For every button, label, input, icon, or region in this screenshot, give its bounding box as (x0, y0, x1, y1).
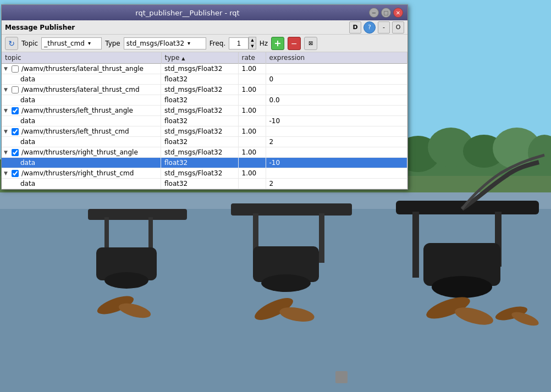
cell-expression[interactable]: 2 (266, 137, 407, 147)
cell-expression[interactable]: -10 (266, 116, 407, 126)
row-checkbox[interactable] (12, 128, 19, 135)
publishers-table: topic type ▲ rate expression ▼/wamv/thru… (2, 52, 407, 189)
cell-rate (238, 179, 266, 189)
remove-publisher-button[interactable]: − (288, 37, 301, 50)
cell-expression (266, 168, 407, 179)
freq-down-arrow[interactable]: ▼ (249, 43, 255, 49)
cell-topic: data (2, 95, 161, 105)
cell-rate (238, 137, 266, 147)
table-row[interactable]: datafloat320.0 (2, 95, 407, 106)
collapse-icon[interactable]: ▼ (4, 108, 10, 113)
cell-type: std_msgs/Float32 (161, 106, 238, 116)
add-publisher-button[interactable]: + (271, 37, 284, 50)
sort-icon: ▲ (181, 56, 185, 61)
row-checkbox[interactable] (12, 86, 19, 93)
cell-rate: 1.00 (238, 126, 266, 137)
cell-type: float32 (161, 116, 238, 126)
cell-topic: data (2, 74, 161, 84)
cell-expression[interactable]: -10 (266, 158, 407, 168)
cell-expression[interactable]: 0.0 (266, 95, 407, 106)
topic-text: data (20, 159, 35, 167)
freq-input[interactable] (229, 37, 249, 49)
table-row[interactable]: ▼/wamv/thrusters/left_thrust_cmdstd_msgs… (2, 126, 407, 137)
row-checkbox[interactable] (12, 65, 19, 73)
cell-topic: ▼/wamv/thrusters/right_thrust_cmd (2, 168, 161, 178)
topic-text: data (20, 75, 35, 83)
svg-point-43 (432, 276, 492, 298)
title-bar-right-controls: − □ ✕ (369, 8, 403, 18)
table-row[interactable]: ▼/wamv/thrusters/left_thrust_anglestd_ms… (2, 106, 407, 116)
col-topic: topic (2, 52, 161, 64)
row-checkbox[interactable] (12, 170, 19, 177)
cell-type: std_msgs/Float32 (161, 64, 238, 74)
menu-title: Message Publisher (5, 24, 75, 31)
topic-dropdown[interactable]: _thrust_cmd ▾ (41, 37, 102, 49)
collapse-icon[interactable]: ▼ (4, 150, 10, 155)
maximize-button[interactable]: □ (381, 8, 391, 18)
cell-type: std_msgs/Float32 (161, 126, 238, 137)
collapse-icon[interactable]: ▼ (4, 87, 10, 92)
cell-type: float32 (161, 179, 238, 189)
menu-btn-help[interactable]: ? (363, 21, 376, 34)
cell-rate: 1.00 (238, 168, 266, 179)
topic-text: /wamv/thrusters/left_thrust_cmd (21, 128, 129, 135)
hz-label: Hz (260, 40, 268, 47)
table-row[interactable]: datafloat320 (2, 74, 407, 85)
freq-label: Freq. (210, 40, 226, 47)
menu-btn-d[interactable]: D (349, 21, 361, 34)
refresh-icon: ↻ (8, 39, 15, 48)
topic-text: data (20, 138, 35, 146)
cell-expression[interactable]: 0 (266, 74, 407, 85)
minimize-button[interactable]: − (369, 8, 379, 18)
cell-expression (266, 147, 407, 158)
table-row[interactable]: datafloat322 (2, 179, 407, 189)
topic-text: /wamv/thrusters/lateral_thrust_angle (21, 65, 144, 73)
type-label: Type (105, 40, 120, 47)
collapse-icon[interactable]: ▼ (4, 129, 10, 134)
table-row[interactable]: ▼/wamv/thrusters/lateral_thrust_anglestd… (2, 64, 407, 74)
cell-expression[interactable]: 2 (266, 179, 407, 189)
topic-text: /wamv/thrusters/lateral_thrust_cmd (21, 86, 140, 93)
refresh-button[interactable]: ↻ (5, 37, 18, 50)
table-row[interactable]: datafloat32-10 (2, 158, 407, 168)
type-dropdown[interactable]: std_msgs/Float32 ▾ (124, 37, 206, 49)
type-dropdown-arrow: ▾ (188, 40, 190, 46)
freq-up-arrow[interactable]: ▲ (249, 37, 255, 43)
collapse-icon[interactable]: ▼ (4, 66, 10, 71)
type-value: std_msgs/Float32 (126, 40, 184, 47)
cell-rate: 1.00 (238, 64, 266, 74)
table-row[interactable]: ▼/wamv/thrusters/lateral_thrust_cmdstd_m… (2, 85, 407, 95)
table-row[interactable]: ▼/wamv/thrusters/right_thrust_anglestd_m… (2, 147, 407, 158)
cell-topic: data (2, 179, 161, 189)
table-row[interactable]: ▼/wamv/thrusters/right_thrust_cmdstd_msg… (2, 168, 407, 179)
cell-rate (238, 116, 266, 126)
col-expression: expression (266, 52, 407, 64)
table-row[interactable]: datafloat32-10 (2, 116, 407, 126)
menu-btn-minus[interactable]: - (378, 21, 390, 34)
main-window: rqt_publisher__Publisher - rqt − □ ✕ Mes… (1, 4, 408, 190)
cell-topic: data (2, 158, 161, 168)
cell-rate (238, 158, 266, 168)
topic-text: /wamv/thrusters/right_thrust_cmd (21, 169, 134, 177)
cell-expression (266, 85, 407, 95)
svg-rect-32 (319, 213, 324, 263)
clear-icon: ⊠ (308, 40, 313, 46)
close-button[interactable]: ✕ (393, 8, 403, 18)
table-container: topic type ▲ rate expression ▼/wamv/thru… (2, 52, 407, 189)
row-checkbox[interactable] (12, 149, 19, 156)
col-type[interactable]: type ▲ (161, 52, 238, 64)
cell-expression (266, 126, 407, 137)
svg-rect-48 (335, 371, 348, 383)
clear-button[interactable]: ⊠ (304, 37, 317, 50)
row-checkbox[interactable] (12, 107, 19, 114)
menu-icon-group: D ? - O (349, 21, 404, 34)
cell-rate (238, 95, 266, 106)
remove-icon: − (291, 39, 297, 48)
table-row[interactable]: datafloat322 (2, 137, 407, 147)
menu-btn-o[interactable]: O (392, 21, 404, 34)
cell-topic: ▼/wamv/thrusters/right_thrust_angle (2, 147, 161, 157)
topic-dropdown-arrow: ▾ (88, 40, 91, 46)
title-bar: rqt_publisher__Publisher - rqt − □ ✕ (2, 5, 407, 20)
collapse-icon[interactable]: ▼ (4, 170, 10, 176)
cell-rate (238, 74, 266, 85)
